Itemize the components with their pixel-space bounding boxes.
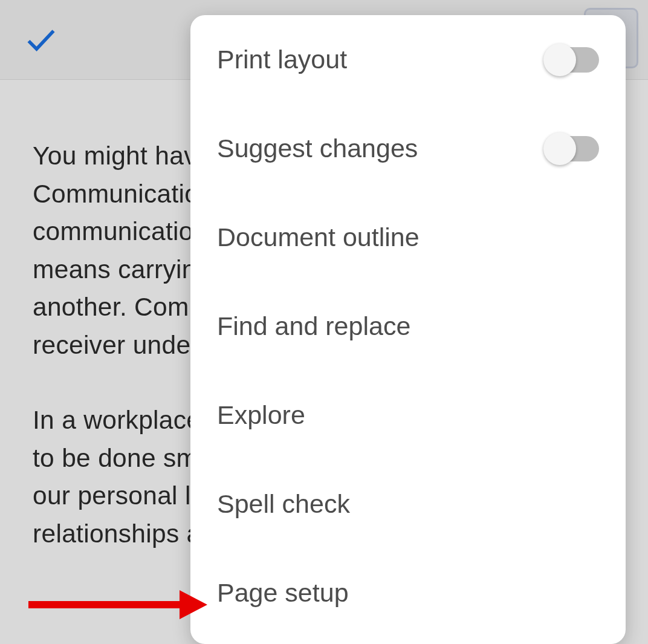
menu-item-print-layout[interactable]: Print layout — [190, 15, 626, 104]
confirm-check-icon[interactable] — [24, 23, 58, 57]
toggle-print-layout[interactable] — [547, 47, 599, 73]
menu-item-page-setup[interactable]: Page setup — [190, 548, 626, 637]
menu-item-label: Spell check — [217, 489, 599, 519]
menu-item-label: Explore — [217, 400, 599, 430]
toggle-suggest-changes[interactable] — [547, 136, 599, 161]
menu-item-suggest-changes[interactable]: Suggest changes — [190, 104, 626, 193]
toggle-knob — [543, 132, 576, 165]
menu-item-label: Page setup — [217, 578, 599, 608]
menu-item-label: Document outline — [217, 223, 599, 252]
menu-item-label: Print layout — [217, 45, 547, 74]
toggle-knob — [543, 44, 576, 76]
menu-item-find-replace[interactable]: Find and replace — [190, 282, 626, 371]
overflow-menu: Print layout Suggest changes Document ou… — [190, 15, 626, 644]
menu-item-explore[interactable]: Explore — [190, 371, 626, 460]
menu-item-label: Find and replace — [217, 311, 599, 341]
menu-item-spell-check[interactable]: Spell check — [190, 460, 626, 548]
menu-item-label: Suggest changes — [217, 134, 547, 163]
menu-item-document-outline[interactable]: Document outline — [190, 193, 626, 282]
